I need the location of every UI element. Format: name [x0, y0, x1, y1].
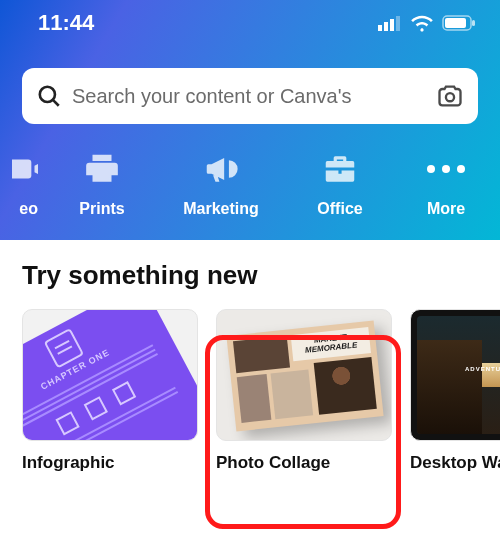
card-label: Photo Collage — [216, 453, 392, 473]
category-pill-row[interactable]: eo Prints Marketing Office More — [0, 150, 500, 218]
template-card-infographic[interactable]: CHAPTER ONE Infographic — [22, 309, 198, 473]
svg-point-7 — [40, 87, 55, 102]
svg-rect-2 — [390, 19, 394, 31]
pill-video[interactable]: eo — [12, 150, 38, 218]
pill-label: eo — [12, 200, 38, 218]
more-icon — [427, 150, 465, 188]
pill-more[interactable]: More — [404, 150, 488, 218]
svg-point-9 — [446, 93, 454, 101]
svg-rect-0 — [378, 25, 382, 31]
status-bar: 11:44 — [0, 0, 500, 46]
card-label: Desktop Wal — [410, 453, 500, 473]
wifi-icon — [410, 14, 434, 32]
pill-marketing[interactable]: Marketing — [166, 150, 276, 218]
card-label: Infographic — [22, 453, 198, 473]
pill-label: Office — [317, 200, 362, 218]
pill-label: Marketing — [183, 200, 259, 218]
content-sheet: Try something new CHAPTER ONE Infographi… — [0, 232, 500, 473]
battery-icon — [442, 15, 476, 31]
pill-label: More — [427, 200, 465, 218]
clock: 11:44 — [38, 10, 94, 36]
briefcase-icon — [321, 150, 359, 188]
svg-rect-6 — [472, 20, 475, 26]
card-thumbnail: CHAPTER ONE — [22, 309, 198, 441]
search-bar[interactable] — [22, 68, 478, 124]
svg-line-8 — [53, 100, 59, 106]
section-heading: Try something new — [0, 260, 500, 309]
cellular-icon — [378, 15, 402, 31]
svg-rect-5 — [445, 18, 466, 28]
megaphone-icon — [202, 150, 240, 188]
search-input[interactable] — [72, 85, 426, 108]
app-header: 11:44 eo — [0, 0, 500, 240]
search-icon — [36, 83, 62, 109]
template-card-row[interactable]: CHAPTER ONE Infographic MAKE ITMEMORABLE… — [0, 309, 500, 473]
svg-rect-10 — [12, 160, 31, 179]
template-card-photo-collage[interactable]: MAKE ITMEMORABLE Photo Collage — [216, 309, 392, 473]
card-thumbnail: MAKE ITMEMORABLE — [216, 309, 392, 441]
pill-office[interactable]: Office — [285, 150, 395, 218]
card-thumbnail: ADVENTURE IS W — [410, 309, 500, 441]
video-icon — [12, 150, 38, 188]
printer-icon — [83, 150, 121, 188]
camera-icon[interactable] — [436, 82, 464, 110]
status-icons — [378, 14, 476, 32]
pill-label: Prints — [79, 200, 124, 218]
svg-rect-1 — [384, 22, 388, 31]
template-card-desktop-wallpaper[interactable]: ADVENTURE IS W Desktop Wal — [410, 309, 500, 473]
pill-prints[interactable]: Prints — [47, 150, 157, 218]
svg-rect-3 — [396, 16, 400, 31]
